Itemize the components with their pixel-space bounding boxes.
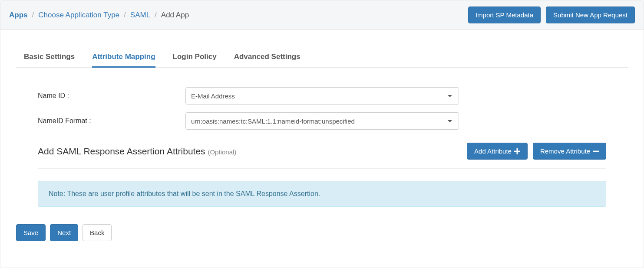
svg-rect-1 (514, 150, 520, 152)
tab-advanced-settings[interactable]: Advanced Settings (234, 47, 301, 68)
footer-actions: Save Next Back (0, 207, 644, 250)
breadcrumb-saml[interactable]: SAML (130, 11, 150, 20)
breadcrumb-separator: / (153, 11, 159, 20)
section-optional-text: (Optional) (208, 148, 236, 156)
breadcrumb: Apps / Choose Application Type / SAML / … (9, 11, 189, 20)
minus-icon (593, 148, 599, 154)
tab-basic-settings[interactable]: Basic Settings (24, 47, 75, 68)
form-area: Name ID : E-Mail Address NameID Format :… (16, 68, 628, 207)
name-id-label: Name ID : (38, 92, 185, 100)
header-bar: Apps / Choose Application Type / SAML / … (0, 0, 644, 30)
form-row-name-id: Name ID : E-Mail Address (38, 87, 606, 105)
remove-attribute-label: Remove Attribute (540, 147, 590, 156)
section-actions: Add Attribute Remove Attribute (467, 143, 606, 160)
header-actions: Import SP Metadata Submit New App Reques… (468, 7, 635, 23)
breadcrumb-choose-type[interactable]: Choose Application Type (38, 11, 119, 20)
tabs: Basic Settings Attribute Mapping Login P… (16, 47, 628, 68)
form-row-nameid-format: NameID Format : urn:oasis:names:tc:SAML:… (38, 112, 606, 130)
breadcrumb-separator: / (30, 11, 36, 20)
breadcrumb-current: Add App (161, 11, 189, 20)
nameid-format-select[interactable]: urn:oasis:names:tc:SAML:1.1:nameid-forma… (185, 112, 459, 130)
tab-attribute-mapping[interactable]: Attribute Mapping (92, 47, 155, 68)
plus-icon (514, 148, 520, 154)
breadcrumb-apps[interactable]: Apps (9, 11, 28, 20)
add-attribute-label: Add Attribute (474, 147, 512, 156)
name-id-select[interactable]: E-Mail Address (185, 87, 459, 105)
content-area: Basic Settings Attribute Mapping Login P… (0, 47, 644, 207)
next-button[interactable]: Next (50, 224, 78, 241)
tab-login-policy[interactable]: Login Policy (173, 47, 217, 68)
svg-rect-2 (593, 150, 599, 152)
back-button[interactable]: Back (83, 224, 112, 241)
remove-attribute-button[interactable]: Remove Attribute (533, 143, 606, 160)
submit-new-app-request-button[interactable]: Submit New App Request (546, 7, 635, 23)
section-header: Add SAML Response Assertion Attributes (… (38, 143, 606, 169)
import-sp-metadata-button[interactable]: Import SP Metadata (468, 7, 541, 23)
nameid-format-label: NameID Format : (38, 117, 185, 125)
page-container: Apps / Choose Application Type / SAML / … (0, 0, 644, 268)
breadcrumb-separator: / (122, 11, 128, 20)
section-title: Add SAML Response Assertion Attributes (… (38, 146, 236, 157)
add-attribute-button[interactable]: Add Attribute (467, 143, 528, 160)
section-title-text: Add SAML Response Assertion Attributes (38, 146, 205, 156)
info-note: Note: These are user profile attributes … (38, 181, 606, 207)
save-button[interactable]: Save (16, 224, 46, 241)
